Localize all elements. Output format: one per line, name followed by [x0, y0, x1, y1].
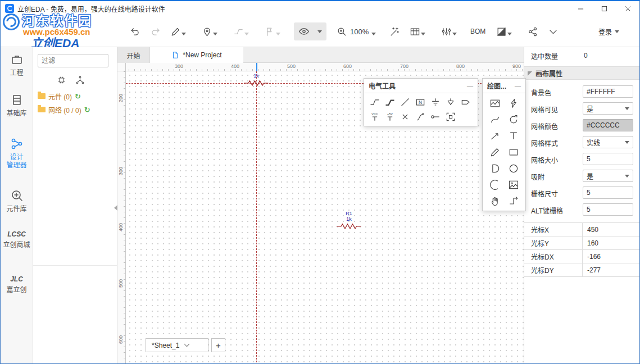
palette-minimize-button[interactable]: — — [467, 83, 473, 89]
wire-tool-dropdown[interactable] — [244, 33, 249, 35]
alt-grid-input[interactable] — [583, 203, 633, 216]
probe-tool[interactable] — [412, 110, 428, 124]
netlabel-tool[interactable]: N — [412, 95, 428, 110]
chip-icon[interactable] — [57, 75, 66, 85]
sidebar-item-project[interactable]: 工程 — [1, 53, 33, 77]
palette-minimize-button[interactable]: — — [515, 83, 521, 89]
share-button[interactable] — [525, 24, 540, 39]
noconnect-tool[interactable] — [397, 110, 412, 124]
text-icon — [508, 130, 519, 142]
drawing-tools-palette: 绘图... — — [482, 78, 526, 211]
add-sheet-button[interactable]: + — [211, 338, 225, 352]
collapse-left-panel-handle[interactable] — [113, 197, 118, 219]
lightning-icon — [508, 98, 519, 109]
resistor-component-r1[interactable]: R1 1k — [337, 211, 361, 230]
rect-tool[interactable] — [504, 144, 523, 160]
minimize-button[interactable] — [569, 1, 592, 16]
sidebar-item-basic-library[interactable]: 基础库 — [1, 93, 33, 117]
canvas-properties-header[interactable]: 画布属性 — [524, 66, 639, 80]
sidebar-item-lcsc-mall[interactable]: LCSC 立创商城 — [1, 230, 33, 249]
ground-triangle-tool[interactable] — [443, 95, 458, 110]
close-button[interactable] — [616, 1, 639, 16]
property-label: 网格样式 — [531, 138, 558, 148]
netflag-tool-button[interactable] — [262, 24, 277, 39]
netport-tool[interactable] — [458, 95, 473, 110]
step-line-tool[interactable] — [504, 193, 523, 209]
palette-header[interactable]: 绘图... — — [483, 79, 525, 93]
maximize-button[interactable] — [592, 1, 616, 16]
redo-button[interactable] — [148, 24, 162, 39]
ruler-tick-label: 300 — [175, 63, 183, 69]
netflag-tool-dropdown[interactable] — [276, 33, 280, 35]
dshape-tool[interactable] — [485, 160, 504, 176]
ground-tool[interactable] — [428, 95, 443, 110]
network-icon[interactable] — [75, 75, 85, 85]
vcc-tool[interactable]: VCC — [367, 110, 382, 124]
theme-tool-button[interactable] — [494, 24, 509, 39]
table-tool-button[interactable] — [407, 24, 422, 39]
rotate-arc-icon — [508, 114, 519, 125]
bezier-tool[interactable] — [485, 111, 504, 128]
filter-input[interactable] — [38, 54, 108, 67]
zoom-in-button[interactable] — [334, 24, 349, 39]
sidebar-item-component-library[interactable]: 元件库 — [1, 189, 33, 213]
sidebar-item-design-manager[interactable]: 设计 管理器 — [1, 137, 33, 169]
drag-tool[interactable] — [485, 193, 504, 209]
raster-size-input[interactable] — [583, 186, 633, 199]
frame-tool[interactable] — [485, 95, 504, 111]
settings-tool-button[interactable] — [439, 24, 453, 39]
tab-new-project[interactable]: *New Project — [150, 47, 243, 63]
more-tools-button[interactable] — [546, 24, 560, 39]
plus5v-tool[interactable]: +5V — [382, 110, 397, 124]
place-tool-dropdown[interactable] — [213, 33, 217, 35]
app-window: 立创EDA - 免费，易用，强大的在线电路设计软件 立创EDA 100% — [0, 0, 640, 364]
palette-header[interactable]: 电气工具 — — [364, 79, 478, 93]
pencil-tool[interactable] — [485, 144, 504, 160]
tab-start[interactable]: 开始 — [117, 47, 150, 63]
grid-style-select[interactable]: 实线 — [583, 136, 633, 148]
grid-visible-select[interactable]: 是 — [583, 102, 633, 115]
sidebar-item-jlc[interactable]: JLC 嘉立创 — [1, 275, 33, 294]
undo-button[interactable] — [128, 24, 142, 39]
arc-tool[interactable] — [485, 176, 504, 193]
resistor-component-cursor[interactable]: 1k — [244, 73, 269, 87]
refresh-icon[interactable]: ↻ — [75, 92, 81, 101]
snap-select[interactable]: 是 — [583, 170, 633, 182]
visibility-dropdown[interactable] — [317, 30, 322, 33]
arc-rotate-tool[interactable] — [504, 111, 523, 128]
refresh-icon[interactable]: ↻ — [84, 106, 90, 114]
magic-wand-button[interactable] — [387, 24, 402, 39]
background-color-input[interactable] — [583, 85, 633, 98]
sheet-tab[interactable]: *Sheet_1 — [146, 338, 208, 352]
zoom-level-dropdown[interactable] — [371, 33, 376, 35]
theme-tool-dropdown[interactable] — [507, 33, 512, 35]
image-tool[interactable] — [504, 176, 523, 193]
group-select-tool[interactable] — [443, 110, 458, 124]
tree-item-nets[interactable]: 网络 (0 / 0) ↻ — [38, 103, 90, 116]
ruler-corner — [117, 63, 126, 71]
pin-tool[interactable] — [428, 110, 443, 124]
polyline-tool[interactable] — [504, 95, 523, 111]
wire-tool-button[interactable] — [231, 24, 246, 39]
sheet-dropdown-icon[interactable] — [184, 342, 190, 347]
bom-button[interactable]: BOM — [470, 28, 485, 35]
arrow-tool[interactable] — [485, 128, 504, 144]
place-tool-button[interactable] — [199, 24, 214, 39]
zoom-level-display[interactable]: 100% — [350, 28, 369, 36]
settings-tool-dropdown[interactable] — [452, 33, 457, 35]
property-row-grid-visible: 网格可见 是 — [524, 100, 639, 117]
circle-tool[interactable] — [504, 160, 523, 176]
ruler-tick-label: 300 — [118, 167, 124, 175]
tree-item-components[interactable]: 元件 (0) ↻ — [38, 90, 81, 102]
line-tool[interactable] — [397, 95, 412, 110]
visibility-tool-button[interactable] — [294, 22, 326, 40]
bus-tool[interactable] — [382, 95, 397, 110]
grid-color-button[interactable]: #CCCCCC — [583, 119, 633, 131]
grid-size-input[interactable] — [583, 153, 633, 165]
table-tool-dropdown[interactable] — [421, 33, 425, 35]
edit-tool-dropdown[interactable] — [181, 33, 186, 35]
wire-tool[interactable] — [367, 95, 382, 110]
login-button[interactable]: 登录 — [598, 27, 619, 37]
edit-tool-button[interactable] — [168, 24, 183, 39]
text-tool[interactable] — [504, 128, 523, 144]
